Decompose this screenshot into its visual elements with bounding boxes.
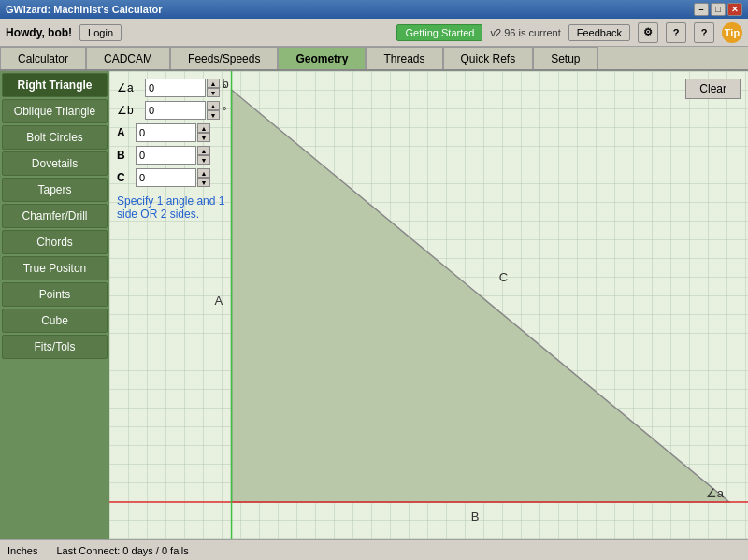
svg-text:B: B bbox=[471, 510, 480, 524]
settings-icon[interactable]: ⚙ bbox=[638, 22, 658, 43]
angle-b-label: ∠b bbox=[117, 104, 145, 117]
titlebar: GWizard: Machinist's Calculator – □ ✕ bbox=[0, 0, 748, 19]
side-b-input[interactable] bbox=[136, 146, 196, 165]
help-icon[interactable]: ? bbox=[694, 22, 714, 43]
tab-cadcam[interactable]: CADCAM bbox=[86, 47, 170, 69]
sidebar-item-tapers[interactable]: Tapers bbox=[2, 178, 108, 202]
tab-feeds-speeds[interactable]: Feeds/Speeds bbox=[170, 47, 278, 69]
question-icon[interactable]: ? bbox=[666, 22, 686, 43]
tab-threads[interactable]: Threads bbox=[366, 47, 442, 69]
canvas-area: ∠a ▲ ▼ ° ∠b ▲ ▼ ° bbox=[109, 71, 748, 539]
side-c-input[interactable] bbox=[136, 168, 196, 187]
controls-panel: ∠a ▲ ▼ ° ∠b ▲ ▼ ° bbox=[109, 71, 334, 228]
angle-b-input[interactable] bbox=[145, 101, 206, 120]
side-a-label: A bbox=[117, 126, 136, 139]
side-c-label: C bbox=[117, 171, 136, 184]
svg-text:∠a: ∠a bbox=[706, 486, 725, 500]
feedback-button[interactable]: Feedback bbox=[568, 24, 630, 41]
angle-b-degree: ° bbox=[223, 105, 226, 116]
sidebar: Right Triangle Oblique Triangle Bolt Cir… bbox=[0, 71, 109, 539]
side-a-down[interactable]: ▼ bbox=[197, 133, 210, 142]
angle-b-up[interactable]: ▲ bbox=[207, 101, 220, 110]
side-c-row: C ▲ ▼ bbox=[117, 168, 326, 187]
tab-setup[interactable]: Setup bbox=[533, 47, 597, 69]
sidebar-item-right-triangle[interactable]: Right Triangle bbox=[2, 73, 108, 97]
side-c-down[interactable]: ▼ bbox=[197, 178, 210, 187]
sidebar-item-chords[interactable]: Chords bbox=[2, 230, 108, 254]
side-a-input[interactable] bbox=[136, 123, 196, 142]
sidebar-item-bolt-circles[interactable]: Bolt Circles bbox=[2, 125, 108, 150]
angle-a-down[interactable]: ▼ bbox=[207, 88, 220, 97]
hint-text: Specify 1 angle and 1side OR 2 sides. bbox=[117, 194, 326, 221]
angle-a-spinner: ▲ ▼ bbox=[207, 79, 220, 97]
tip-button[interactable]: Tip bbox=[722, 22, 742, 43]
side-b-label: B bbox=[117, 149, 136, 162]
side-b-spinner: ▲ ▼ bbox=[197, 146, 210, 165]
close-button[interactable]: ✕ bbox=[727, 3, 742, 16]
clear-button[interactable]: Clear bbox=[685, 79, 741, 99]
angle-a-up[interactable]: ▲ bbox=[207, 79, 220, 88]
svg-text:C: C bbox=[499, 270, 508, 284]
main-panel: ∠a ▲ ▼ ° ∠b ▲ ▼ ° bbox=[109, 71, 748, 539]
main-tabs: Calculator CADCAM Feeds/Speeds Geometry … bbox=[0, 47, 748, 71]
sidebar-item-chamfer-drill[interactable]: Chamfer/Drill bbox=[2, 204, 108, 228]
content-area: Right Triangle Oblique Triangle Bolt Cir… bbox=[0, 71, 748, 539]
tab-calculator[interactable]: Calculator bbox=[0, 47, 86, 69]
statusbar: Inches Last Connect: 0 days / 0 fails bbox=[0, 539, 748, 560]
sidebar-item-points[interactable]: Points bbox=[2, 282, 108, 307]
getting-started-button[interactable]: Getting Started bbox=[396, 24, 482, 41]
angle-a-degree: ° bbox=[223, 82, 226, 93]
side-c-spinner: ▲ ▼ bbox=[197, 168, 210, 187]
maximize-button[interactable]: □ bbox=[711, 3, 726, 16]
angle-b-down[interactable]: ▼ bbox=[207, 110, 220, 120]
sidebar-item-oblique-triangle[interactable]: Oblique Triangle bbox=[2, 99, 108, 123]
angle-b-spinner: ▲ ▼ bbox=[207, 101, 220, 120]
angle-a-label: ∠a bbox=[117, 81, 145, 94]
tab-quick-refs[interactable]: Quick Refs bbox=[443, 47, 534, 69]
sidebar-item-dovetails[interactable]: Dovetails bbox=[2, 151, 108, 176]
login-button[interactable]: Login bbox=[79, 24, 122, 41]
side-c-up[interactable]: ▲ bbox=[197, 168, 210, 178]
titlebar-controls: – □ ✕ bbox=[694, 3, 742, 16]
side-b-down[interactable]: ▼ bbox=[197, 155, 210, 165]
side-a-row: A ▲ ▼ bbox=[117, 123, 326, 142]
angle-b-row: ∠b ▲ ▼ ° bbox=[117, 101, 326, 120]
tab-geometry[interactable]: Geometry bbox=[278, 47, 366, 69]
angle-a-input[interactable] bbox=[145, 79, 206, 97]
side-b-up[interactable]: ▲ bbox=[197, 146, 210, 155]
app-title: GWizard: Machinist's Calculator bbox=[6, 4, 163, 15]
sidebar-item-cube[interactable]: Cube bbox=[2, 309, 108, 333]
sidebar-item-true-positon[interactable]: True Positon bbox=[2, 256, 108, 280]
svg-text:A: A bbox=[214, 294, 223, 309]
sidebar-item-fits-tols[interactable]: Fits/Tols bbox=[2, 335, 108, 359]
topbar: Howdy, bob! Login Getting Started v2.96 … bbox=[0, 19, 748, 47]
units-text: Inches bbox=[7, 545, 37, 556]
greeting-text: Howdy, bob! bbox=[6, 26, 72, 39]
last-connect-text: Last Connect: 0 days / 0 fails bbox=[56, 545, 188, 556]
angle-a-row: ∠a ▲ ▼ ° bbox=[117, 79, 326, 97]
side-a-spinner: ▲ ▼ bbox=[197, 123, 210, 142]
side-b-row: B ▲ ▼ bbox=[117, 146, 326, 165]
side-a-up[interactable]: ▲ bbox=[197, 123, 210, 133]
version-text: v2.96 is current bbox=[490, 27, 560, 38]
minimize-button[interactable]: – bbox=[694, 3, 709, 16]
